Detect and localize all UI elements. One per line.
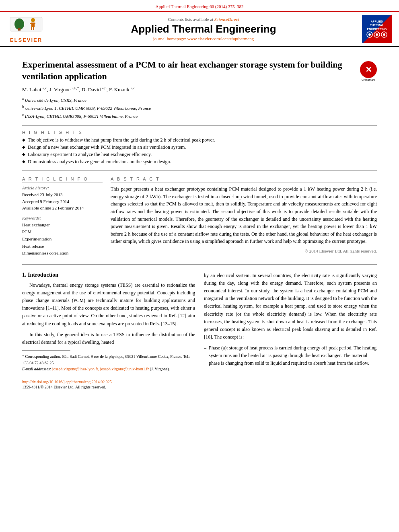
bullet-3: ◆ (22, 152, 25, 156)
svg-rect-6 (33, 23, 35, 24)
journal-homepage: journal homepage: www.elsevier.com/locat… (52, 36, 355, 41)
highlight-item-1: ◆ The objective is to withdraw the heat … (22, 137, 377, 143)
main-content: Experimental assessment of a PCM to air … (0, 47, 399, 396)
article-history: Article history: Received 23 July 2013 A… (22, 185, 103, 212)
footnote-star: * Corresponding author. Bât. Sadi Carnot… (22, 353, 195, 366)
journal-center-info: Contents lists available at ScienceDirec… (48, 17, 359, 41)
doi-line[interactable]: http://dx.doi.org/10.1016/j.applthermale… (22, 380, 195, 384)
affiliations: a Université de Lyon, CNRS, France b Uni… (22, 96, 377, 120)
body-right-para-1: by an electrical system. In several coun… (204, 272, 377, 341)
abstract-label: A B S T R A C T (111, 177, 377, 183)
affiliation-b: b Université Lyon 1, CETHIL UMR 5008, F-… (22, 104, 377, 112)
history-title: Article history: (22, 185, 103, 190)
body-content: 1. Introduction Nowadays, thermal energy… (22, 272, 377, 389)
svg-rect-2 (18, 28, 21, 31)
abstract-col: A B S T R A C T This paper presents a he… (111, 177, 377, 260)
affiliation-a: a Université de Lyon, CNRS, France (22, 96, 377, 104)
journal-logo-box: APPLIEDTHERMALENGINEERING (362, 15, 392, 43)
keyword-5: Dimensionless correlation (22, 250, 103, 257)
abstract-text: This paper presents a heat exchanger pro… (111, 185, 377, 245)
journal-logo-text: APPLIEDTHERMALENGINEERING (367, 20, 387, 31)
bullet-item-text-1: Phase (a): storage of heat process is ca… (209, 344, 377, 367)
svg-point-12 (376, 33, 378, 36)
accepted-date: Accepted 9 February 2014 (22, 198, 103, 205)
affiliation-c: c INSA-Lyon, CETHIL UMR5008, F-69621 Vil… (22, 112, 377, 120)
copyright-line: © 2014 Elsevier Ltd. All rights reserved… (111, 249, 377, 253)
elsevier-logo-container: ELSEVIER (4, 15, 48, 43)
received-date: Received 23 July 2013 (22, 191, 103, 198)
article-info-col: A R T I C L E I N F O Article history: R… (22, 177, 103, 260)
top-bar: Applied Thermal Engineering 66 (2014) 37… (0, 0, 399, 12)
svg-rect-8 (33, 27, 34, 30)
highlights-label: H I G H L I G H T S (22, 130, 377, 135)
keyword-2: PCM (22, 228, 103, 236)
sciencedirect-link[interactable]: ScienceDirect (214, 17, 239, 22)
article-info-label: A R T I C L E I N F O (22, 177, 103, 183)
elsevier-brand: ELSEVIER (10, 37, 42, 43)
svg-rect-4 (31, 23, 35, 27)
issn-line: 1359-4311/© 2014 Elsevier Ltd. All right… (22, 385, 195, 389)
highlight-item-2: ◆ Design of a new heat exchanger with PC… (22, 144, 377, 150)
crossmark-badge[interactable]: ✕ CrossMark (360, 61, 377, 78)
svg-point-3 (31, 18, 35, 22)
crossmark-symbol: ✕ (365, 65, 372, 74)
bullet-2: ◆ (22, 145, 25, 149)
available-date: Available online 22 February 2014 (22, 205, 103, 212)
logo-decoration (366, 31, 388, 38)
body-right-col: by an electrical system. In several coun… (204, 272, 377, 389)
keywords-block: Keywords: Heat exchanger PCM Experimenta… (22, 216, 103, 257)
two-col-body: 1. Introduction Nowadays, thermal energy… (22, 272, 377, 389)
bullet-4: ◆ (22, 159, 25, 164)
journal-header: ELSEVIER Contents lists available at Sci… (0, 12, 399, 47)
footnote-divider (22, 350, 70, 351)
divider-1 (22, 125, 377, 126)
sciencedirect-line: Contents lists available at ScienceDirec… (52, 17, 355, 22)
authors-line: M. Labat a,c, J. Virgone a,b,*, D. David… (22, 86, 377, 93)
homepage-url[interactable]: www.elsevier.com/locate/apthermeng (187, 36, 254, 41)
body-para-1: Nowadays, thermal energy storage systems… (22, 281, 195, 328)
svg-rect-7 (31, 27, 32, 30)
dash-symbol: – (204, 344, 206, 367)
highlights-section: H I G H L I G H T S ◆ The objective is t… (22, 130, 377, 165)
journal-title: Applied Thermal Engineering (52, 23, 355, 35)
keyword-3: Experimentation (22, 236, 103, 243)
keyword-4: Heat release (22, 243, 103, 250)
article-meta-section: A R T I C L E I N F O Article history: R… (22, 177, 377, 260)
journal-citation: Applied Thermal Engineering 66 (2014) 37… (156, 4, 244, 9)
keyword-1: Heat exchanger (22, 222, 103, 229)
keywords-title: Keywords: (22, 216, 103, 220)
svg-rect-5 (30, 23, 32, 24)
body-left-col: 1. Introduction Nowadays, thermal energy… (22, 272, 195, 389)
divider-3 (22, 264, 377, 265)
highlight-item-3: ◆ Laboratory experiment to analyze the h… (22, 152, 377, 158)
svg-point-10 (368, 33, 371, 36)
bullet-list-item-1: – Phase (a): storage of heat process is … (204, 344, 377, 367)
footnote-email-addresses[interactable]: joseph.virgone@insa-lyon.fr, joseph.virg… (52, 367, 149, 371)
elsevier-graphic-svg (8, 15, 44, 36)
svg-point-14 (383, 33, 385, 36)
body-para-2: In this study, the general idea is to us… (22, 331, 195, 346)
divider-2 (22, 170, 377, 171)
highlight-item-4: ◆ Dimensionless analyses to have general… (22, 159, 377, 165)
footnote-email: E-mail addresses: joseph.virgone@insa-ly… (22, 366, 195, 372)
article-title: Experimental assessment of a PCM to air … (22, 59, 377, 82)
journal-logo-right: APPLIEDTHERMALENGINEERING (359, 15, 395, 43)
bullet-1: ◆ (22, 138, 25, 142)
crossmark-label: CrossMark (360, 78, 377, 81)
section-1-heading: 1. Introduction (22, 272, 195, 278)
svg-point-1 (14, 18, 24, 30)
